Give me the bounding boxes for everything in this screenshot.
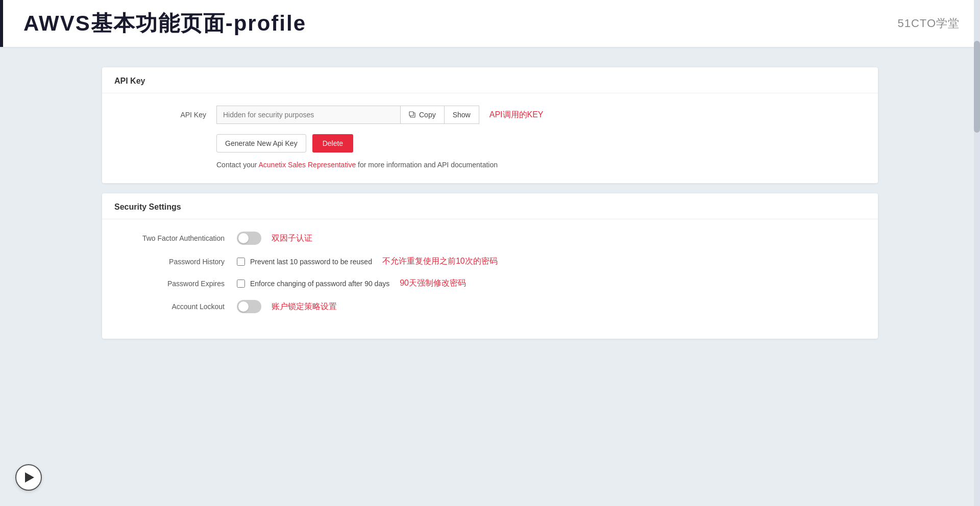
password-history-label: Password History (114, 258, 237, 266)
show-button[interactable]: Show (444, 106, 479, 124)
api-key-control-group: Copy Show (216, 106, 479, 124)
api-key-card: API Key API Key Copy Sho (102, 67, 878, 183)
api-key-buttons-row: Generate New Api Key Delete (216, 134, 866, 153)
api-key-input[interactable] (216, 106, 400, 124)
api-key-label: API Key (114, 111, 216, 119)
password-history-row: Password History Prevent last 10 passwor… (114, 256, 866, 267)
copy-button[interactable]: Copy (400, 106, 444, 124)
security-settings-card: Security Settings Two Factor Authenticat… (102, 193, 878, 339)
security-card-body: Two Factor Authentication 双因子认证 Password… (102, 219, 878, 339)
password-history-checkbox[interactable] (237, 258, 245, 266)
header: AWVS基本功能页面-profile 51CTO学堂 (0, 0, 980, 47)
password-history-text: Prevent last 10 password to be reused (250, 258, 372, 266)
page-title: AWVS基本功能页面-profile (23, 9, 306, 38)
toggle-slider-2 (237, 300, 261, 313)
two-factor-label: Two Factor Authentication (114, 234, 237, 242)
account-lockout-row: Account Lockout 账户锁定策略设置 (114, 300, 866, 313)
svg-rect-1 (409, 112, 413, 116)
account-lockout-annotation: 账户锁定策略设置 (272, 301, 337, 312)
scrollbar-thumb[interactable] (974, 41, 980, 133)
play-button[interactable] (15, 464, 42, 491)
api-key-annotation: API调用的KEY (489, 110, 544, 120)
delete-button[interactable]: Delete (312, 134, 353, 153)
copy-icon (409, 111, 416, 118)
two-factor-annotation: 双因子认证 (272, 233, 312, 244)
security-card-title: Security Settings (102, 193, 878, 219)
account-lockout-toggle[interactable] (237, 300, 261, 313)
password-history-annotation: 不允许重复使用之前10次的密码 (382, 256, 498, 267)
password-expires-label: Password Expires (114, 280, 237, 288)
main-content: API Key API Key Copy Sho (0, 47, 980, 359)
password-expires-text: Enforce changing of password after 90 da… (250, 280, 389, 288)
toggle-slider (237, 232, 261, 245)
scrollbar-track (974, 0, 980, 506)
password-expires-row: Password Expires Enforce changing of pas… (114, 278, 866, 289)
contact-row: Contact your Acunetix Sales Representati… (216, 161, 866, 169)
brand-label: 51CTO学堂 (897, 16, 960, 31)
password-expires-annotation: 90天强制修改密码 (400, 278, 466, 289)
generate-api-key-button[interactable]: Generate New Api Key (216, 134, 306, 153)
account-lockout-label: Account Lockout (114, 302, 237, 311)
play-icon (25, 472, 34, 483)
api-key-row: API Key Copy Show API调用的 (114, 106, 866, 124)
api-key-card-body: API Key Copy Show API调用的 (102, 93, 878, 183)
api-key-card-title: API Key (102, 67, 878, 93)
show-label: Show (453, 111, 471, 119)
password-expires-checkbox[interactable] (237, 280, 245, 288)
two-factor-toggle[interactable] (237, 232, 261, 245)
contact-link[interactable]: Acunetix Sales Representative (259, 161, 356, 169)
copy-label: Copy (419, 111, 436, 119)
two-factor-row: Two Factor Authentication 双因子认证 (114, 232, 866, 245)
